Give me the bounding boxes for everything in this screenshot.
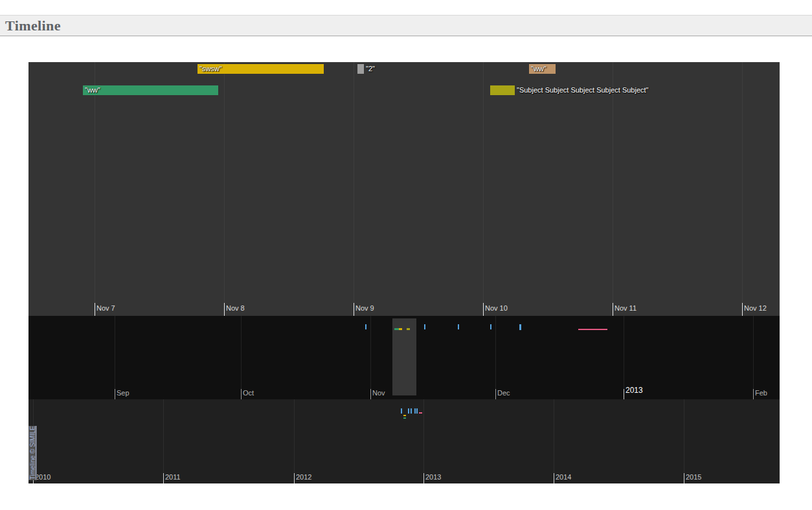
band-tick-label: 2014 (556, 473, 571, 481)
band-tick (294, 473, 295, 483)
event-marker[interactable] (419, 412, 422, 414)
band-tick (624, 389, 624, 399)
band-tick-label: Nov 8 (226, 304, 245, 312)
event-ww-tan-label[interactable]: "ww" (531, 64, 547, 74)
band-tick (95, 303, 95, 316)
event-marker[interactable] (578, 329, 607, 330)
band-tick-label: Nov (372, 389, 385, 397)
band-tick (495, 389, 496, 399)
event-marker[interactable] (490, 324, 491, 329)
event-marker[interactable] (394, 328, 399, 330)
band-tick (613, 303, 613, 316)
band-year[interactable]: 201020112012201320142015 (28, 399, 780, 483)
band-tick-label: Sep (117, 389, 130, 397)
event-marker[interactable] (458, 324, 459, 329)
band-gridline (742, 62, 743, 316)
simile-copyright-link[interactable]: Timeline © SIMILE (28, 426, 37, 480)
band-tick (115, 389, 115, 399)
band-tick-label: Nov 12 (744, 304, 767, 312)
event-2[interactable] (357, 64, 364, 74)
event-marker[interactable] (401, 408, 402, 414)
band-tick (354, 303, 354, 316)
band-gridline (624, 316, 624, 399)
event-swsw-label[interactable]: "swsw" (199, 64, 222, 74)
band-tick-label: 2013 (626, 386, 643, 395)
band-tick (753, 389, 754, 399)
event-marker[interactable] (411, 408, 412, 414)
band-tick-label: Feb (755, 389, 767, 397)
band-gridline (115, 316, 115, 399)
event-ww-green[interactable] (83, 85, 218, 95)
band-gridline (554, 399, 554, 483)
event-subject-label[interactable]: "Subject Subject Subject Subject Subject… (517, 85, 648, 95)
event-ww-green-label[interactable]: "ww" (85, 85, 100, 95)
band-tick (241, 389, 242, 399)
band-gridline (163, 399, 164, 483)
event-marker[interactable] (424, 324, 425, 329)
event-marker[interactable] (403, 417, 406, 419)
timeline-widget[interactable]: 201020112012201320142015SepOctNovDec2013… (28, 62, 780, 483)
band-gridline (495, 316, 496, 399)
event-marker[interactable] (408, 408, 409, 414)
band-tick (554, 473, 554, 483)
band-gridline (753, 316, 754, 399)
band-tick (742, 303, 743, 316)
band-gridline (483, 62, 484, 316)
band-gridline (684, 399, 684, 483)
band-gridline (95, 62, 95, 316)
page-header: Timeline (0, 15, 812, 36)
band-tick-label: Oct (243, 389, 254, 397)
band-tick (684, 473, 684, 483)
event-marker[interactable] (414, 408, 416, 414)
event-subject[interactable] (490, 85, 515, 95)
band-gridline (224, 62, 225, 316)
band-tick (163, 473, 164, 483)
band-day[interactable]: Nov 7Nov 8Nov 9Nov 10Nov 11Nov 12"swsw""… (28, 62, 780, 316)
event-marker[interactable] (399, 328, 402, 330)
event-2-label[interactable]: "2" (366, 64, 375, 74)
band-tick (423, 473, 424, 483)
band-tick-label: 2012 (296, 473, 311, 481)
band-gridline (423, 399, 424, 483)
band-tick-label: Dec (497, 389, 510, 397)
band-tick-label: 2011 (165, 473, 181, 481)
band-tick-label: Nov 11 (615, 304, 637, 312)
page: { "header": { "title": "Timeline" }, "ti… (0, 0, 812, 510)
band-tick-label: Nov 9 (355, 304, 374, 312)
event-marker[interactable] (403, 415, 406, 416)
band-tick-label: 2010 (35, 473, 51, 481)
band-gridline (354, 62, 354, 316)
event-marker[interactable] (407, 328, 410, 330)
band-gridline (241, 316, 242, 399)
band-tick (483, 303, 484, 316)
band-tick-label: Nov 10 (485, 304, 508, 312)
page-title: Timeline (0, 16, 812, 34)
band-gridline (370, 316, 371, 399)
band-tick (370, 389, 371, 399)
band-tick (224, 303, 225, 316)
band-gridline (294, 399, 295, 483)
band-tick-label: 2013 (425, 473, 441, 481)
band-tick-label: Nov 7 (96, 304, 115, 312)
simile-copyright-label: Timeline © SIMILE (29, 426, 36, 480)
band-gridline (613, 62, 613, 316)
event-marker[interactable] (519, 324, 521, 330)
band-tick-label: 2015 (686, 473, 701, 481)
band-month[interactable]: SepOctNovDec2013Feb (28, 316, 780, 399)
event-marker[interactable] (416, 408, 418, 414)
event-marker[interactable] (365, 324, 367, 329)
